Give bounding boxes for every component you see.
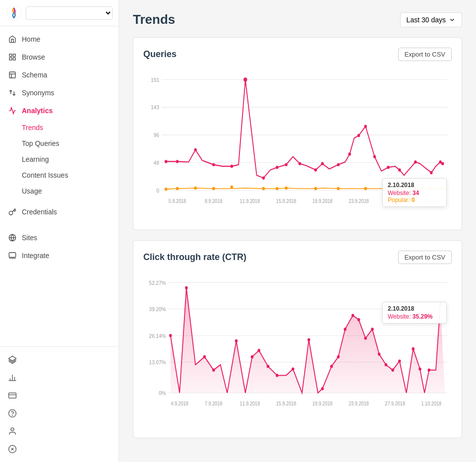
page-title: Trends [133, 12, 175, 27]
browse-label: Browse [22, 53, 45, 61]
svg-point-66 [441, 162, 444, 165]
bar-chart-icon [8, 373, 17, 382]
svg-text:15.9.2018: 15.9.2018 [276, 401, 297, 407]
svg-point-59 [364, 125, 366, 128]
browse-icon [8, 53, 17, 62]
sub-nav-learning[interactable]: Learning [0, 151, 119, 167]
date-range-selector[interactable]: Last 30 days [400, 12, 462, 27]
svg-point-119 [364, 336, 366, 339]
svg-point-107 [251, 355, 253, 358]
card-icon [8, 391, 17, 400]
svg-point-75 [314, 187, 317, 190]
bottom-close[interactable] [0, 440, 119, 458]
svg-point-123 [391, 369, 394, 372]
svg-point-52 [285, 163, 287, 166]
queries-chart-title: Queries [143, 49, 177, 60]
svg-text:8.9.2018: 8.9.2018 [205, 198, 223, 204]
svg-point-63 [414, 160, 416, 163]
svg-point-8 [9, 211, 12, 215]
ctr-svg-chart: 52.27% 39.20% 26.14% 13.07% 0% 4.9.2018 … [143, 272, 452, 426]
svg-text:143: 143 [151, 104, 159, 111]
svg-point-71 [231, 186, 233, 189]
svg-text:23.9.2018: 23.9.2018 [349, 198, 369, 204]
sub-nav-trends[interactable]: Trends [0, 120, 119, 135]
svg-point-69 [194, 187, 196, 190]
sidebar-top [0, 0, 119, 26]
synonyms-icon [8, 88, 17, 97]
queries-chart-card: Queries Export to CSV 191 143 96 48 0 5.… [133, 37, 462, 230]
svg-point-64 [430, 171, 432, 174]
sidebar-item-sites[interactable]: Sites [0, 229, 119, 247]
bottom-help[interactable] [0, 404, 119, 422]
site-selector[interactable] [26, 6, 113, 20]
svg-point-44 [165, 160, 167, 163]
ctr-export-button[interactable]: Export to CSV [398, 251, 452, 264]
schema-label: Schema [22, 71, 47, 79]
svg-point-104 [203, 355, 206, 358]
svg-point-46 [194, 148, 196, 151]
bottom-layers[interactable] [0, 351, 119, 369]
svg-text:19.9.2018: 19.9.2018 [312, 198, 333, 204]
sidebar-item-credentials[interactable]: Credentials [0, 203, 119, 221]
svg-rect-18 [9, 393, 16, 398]
schema-icon [8, 70, 17, 79]
svg-point-68 [176, 187, 178, 190]
page-header: Trends Last 30 days [133, 12, 462, 27]
svg-text:96: 96 [154, 132, 159, 138]
home-icon [8, 35, 17, 44]
ctr-chart-card: Click through rate (CTR) Export to CSV 5… [133, 240, 462, 438]
svg-point-105 [212, 369, 215, 372]
sub-nav-content-issues[interactable]: Content Issues [0, 167, 119, 183]
svg-point-122 [385, 363, 387, 366]
ctr-chart-title: Click through rate (CTR) [143, 252, 246, 263]
queries-chart-header: Queries Export to CSV [143, 48, 452, 61]
svg-text:1.10.2018: 1.10.2018 [421, 198, 442, 204]
svg-point-126 [418, 367, 421, 370]
svg-point-106 [235, 339, 238, 342]
svg-point-50 [262, 176, 265, 179]
integrate-label: Integrate [22, 252, 49, 260]
analytics-icon [8, 106, 17, 115]
sidebar-item-synonyms[interactable]: Synonyms [0, 84, 119, 102]
svg-text:23.9.2018: 23.9.2018 [349, 401, 369, 407]
help-icon [8, 409, 17, 418]
chevron-down-icon [449, 16, 456, 23]
sidebar-item-analytics[interactable]: Analytics [0, 102, 119, 120]
svg-point-116 [344, 328, 346, 330]
svg-point-128 [439, 302, 441, 305]
queries-export-button[interactable]: Export to CSV [398, 48, 452, 61]
laptop-icon [8, 251, 17, 260]
svg-point-22 [11, 428, 14, 431]
svg-point-79 [414, 187, 416, 190]
svg-point-55 [321, 162, 324, 165]
svg-point-49 [243, 77, 247, 82]
sub-nav-top-queries[interactable]: Top Queries [0, 135, 119, 151]
sub-nav-usage[interactable]: Usage [0, 183, 119, 199]
sidebar-bottom-icons [0, 346, 119, 462]
svg-text:191: 191 [151, 76, 159, 83]
svg-point-61 [387, 166, 389, 169]
svg-text:4.9.2018: 4.9.2018 [171, 401, 188, 407]
bottom-bar-chart[interactable] [0, 369, 119, 387]
svg-rect-3 [9, 58, 12, 60]
sidebar-item-home[interactable]: Home [0, 30, 119, 48]
svg-point-62 [398, 168, 401, 171]
svg-point-80 [430, 187, 432, 190]
bottom-user[interactable] [0, 422, 119, 440]
svg-point-53 [298, 162, 301, 165]
key-icon [8, 207, 17, 216]
svg-text:15.9.2018: 15.9.2018 [276, 198, 297, 204]
bottom-card[interactable] [0, 387, 119, 404]
svg-point-124 [398, 359, 401, 362]
sidebar-item-schema[interactable]: Schema [0, 66, 119, 84]
svg-point-114 [330, 365, 333, 368]
svg-text:48: 48 [154, 159, 159, 166]
svg-point-127 [428, 369, 430, 372]
svg-point-70 [212, 187, 215, 190]
sidebar-item-integrate[interactable]: Integrate [0, 247, 119, 264]
svg-point-103 [185, 286, 187, 289]
svg-text:26.14%: 26.14% [149, 332, 166, 339]
svg-rect-4 [13, 58, 15, 60]
svg-point-102 [169, 334, 172, 337]
sidebar-item-browse[interactable]: Browse [0, 48, 119, 66]
